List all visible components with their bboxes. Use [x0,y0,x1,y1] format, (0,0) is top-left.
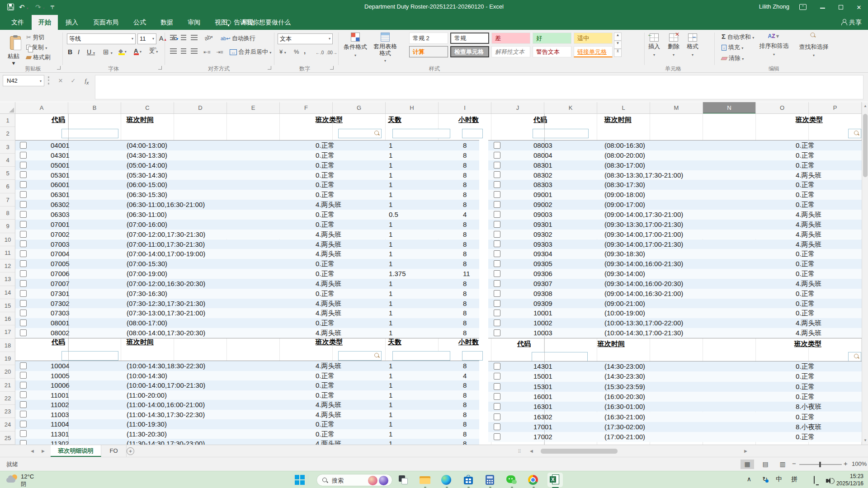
row-checkbox[interactable] [20,162,27,169]
row-checkbox[interactable] [20,191,27,198]
format-painter-button[interactable]: 格式刷 [26,53,51,61]
filter-input[interactable] [532,352,588,361]
maximize-button[interactable] [832,0,850,15]
row-header-25[interactable]: 25 [0,432,15,445]
row-header-15[interactable]: 15 [0,299,15,312]
column-header-P[interactable]: P [809,102,862,114]
row-checkbox[interactable] [494,260,500,267]
edge-browser-icon[interactable] [441,474,452,485]
minimize-button[interactable] [814,0,832,15]
row-header-1[interactable]: 1 [0,114,15,127]
row-checkbox[interactable] [20,391,27,398]
font-color-button[interactable]: A ▾ [134,47,142,55]
copy-button[interactable]: 复制 ▾ [26,43,47,52]
cell-style-4[interactable]: 好 [533,33,571,44]
cell-style-10[interactable]: 链接单元格 [574,46,613,57]
file-explorer-icon[interactable] [420,474,430,485]
row-checkbox[interactable] [494,413,500,420]
horizontal-scrollbar-thumb[interactable] [541,449,618,454]
font-family-select[interactable]: 等线▾ [67,33,136,44]
sort-filter-button[interactable]: AZ▼ 排序和筛选▾ [760,33,789,57]
tell-me-box[interactable]: 告诉我你想要做什么 [226,15,291,30]
font-size-select[interactable]: 11▾ [137,33,156,44]
row-header-9[interactable]: 9 [0,220,15,233]
search-highlight-icon-2[interactable] [379,476,388,485]
row-header-12[interactable]: 12 [0,259,15,272]
alignment-dialog-launcher-icon[interactable] [268,66,271,70]
filter-input[interactable] [392,351,450,361]
share-button[interactable]: 共享 [841,15,862,30]
filter-input[interactable] [848,352,861,361]
weather-condition[interactable]: 阴 [21,480,26,488]
row-checkbox[interactable] [494,363,500,370]
row-checkbox[interactable] [494,433,500,440]
horizontal-scrollbar[interactable] [539,448,741,454]
hscroll-left-icon[interactable]: ◄ [529,445,534,457]
column-header-D[interactable]: D [174,102,227,114]
row-checkbox[interactable] [20,260,27,267]
weather-icon[interactable] [6,474,18,486]
row-checkbox[interactable] [494,152,500,159]
microsoft-store-icon[interactable] [463,474,474,485]
row-checkbox[interactable] [494,423,500,430]
scroll-down-icon[interactable]: ▼ [862,436,868,445]
row-checkbox[interactable] [20,382,27,389]
row-checkbox[interactable] [20,211,27,218]
normal-view-icon[interactable]: ▦ [741,460,754,469]
ribbon-tab-5[interactable]: 公式 [127,15,153,30]
row-header-5[interactable]: 5 [0,167,15,180]
row-header-13[interactable]: 13 [0,272,15,286]
sync-icon[interactable]: ↻ [762,475,768,483]
fill-button[interactable]: ↓ 填充 ▾ [722,43,743,52]
ribbon-tab-2[interactable]: 开始 [32,15,58,30]
vertical-scrollbar[interactable]: ▲ ▼ [862,102,868,445]
row-header-19[interactable]: 19 [0,352,15,365]
cancel-formula-icon[interactable]: ✕ [55,75,66,86]
row-header-24[interactable]: 24 [0,418,15,431]
formula-bar-splitter[interactable] [48,76,49,84]
ribbon-tab-1[interactable]: 文件 [5,15,31,30]
row-checkbox[interactable] [494,373,500,380]
row-checkbox[interactable] [494,290,500,297]
row-checkbox[interactable] [20,372,27,379]
filter-input[interactable] [462,129,483,138]
select-all-corner[interactable] [0,102,15,114]
scroll-up-icon[interactable]: ▲ [862,102,868,110]
insert-function-icon[interactable]: fx [81,75,92,86]
row-checkbox[interactable] [494,393,500,400]
cell-style-2[interactable]: 常规 [450,33,489,44]
ime-language-icon[interactable]: 中 [776,475,782,483]
ribbon-tab-6[interactable]: 数据 [154,15,180,30]
close-button[interactable]: ✕ [850,0,868,15]
row-checkbox[interactable] [494,300,500,307]
fill-color-button[interactable]: ◆ ▾ [118,47,127,55]
increase-font-icon[interactable]: A▲ [159,34,167,42]
column-header-G[interactable]: G [333,102,386,114]
cell-style-6[interactable]: 计算 [409,46,448,57]
row-checkbox[interactable] [494,171,500,178]
volume-icon[interactable] [826,475,828,483]
row-checkbox[interactable] [20,310,27,316]
align-middle-icon[interactable] [181,34,186,42]
network-icon[interactable] [814,475,815,483]
column-header-O[interactable]: O [756,102,809,114]
column-header-N[interactable]: N [703,102,756,114]
row-checkbox[interactable] [494,280,500,287]
row-checkbox[interactable] [494,191,500,198]
align-center-icon[interactable] [181,48,186,56]
bold-button[interactable]: B [68,48,72,56]
filter-input[interactable] [61,129,118,138]
align-bottom-icon[interactable] [191,34,198,42]
row-checkbox[interactable] [494,319,500,326]
filter-input[interactable] [848,129,861,138]
row-header-16[interactable]: 16 [0,312,15,325]
align-right-icon[interactable] [191,48,198,56]
filter-input[interactable] [533,129,589,138]
column-header-B[interactable]: B [68,102,121,114]
column-header-H[interactable]: H [386,102,439,114]
wechat-icon[interactable] [506,474,517,485]
delete-cells-button[interactable]: ✕ 删除▾ [668,33,679,57]
filter-input[interactable] [61,351,118,361]
align-top-icon[interactable] [170,34,177,42]
start-button[interactable] [295,475,305,485]
